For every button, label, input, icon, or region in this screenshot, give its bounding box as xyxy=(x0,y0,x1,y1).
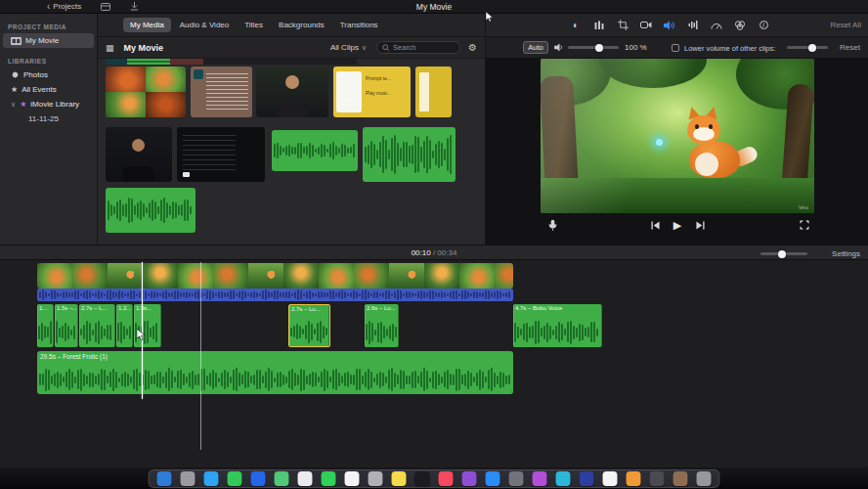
viewer-preview[interactable]: Veo xyxy=(541,59,814,213)
clip-thumbnail-screen-recording[interactable] xyxy=(177,127,265,182)
dock-app-15-icon[interactable] xyxy=(486,471,500,486)
thumbnail-view-icon[interactable]: ▦ xyxy=(106,43,114,53)
audio-clip-thumbnail[interactable] xyxy=(363,127,456,182)
filmstrip-frame[interactable] xyxy=(354,263,389,289)
dock-app-13-icon[interactable] xyxy=(439,471,454,486)
filmstrip-frame[interactable] xyxy=(459,263,495,289)
info-icon[interactable]: i xyxy=(758,19,769,32)
volume-slider-knob[interactable] xyxy=(595,44,603,52)
fullscreen-icon[interactable] xyxy=(797,217,812,233)
dock-app-22-icon[interactable] xyxy=(650,471,665,486)
filmstrip-frame[interactable] xyxy=(108,263,143,289)
filmstrip-frame[interactable] xyxy=(213,263,248,289)
tab-backgrounds[interactable]: Backgrounds xyxy=(272,18,331,32)
clip-thumbnail-document[interactable] xyxy=(191,67,252,117)
back-to-projects-button[interactable]: ‹ Projects xyxy=(47,2,81,11)
import-icon[interactable] xyxy=(130,2,139,11)
dock-app-9-icon[interactable] xyxy=(345,471,360,486)
previous-frame-button[interactable] xyxy=(647,217,663,233)
filmstrip-frame[interactable] xyxy=(37,263,72,289)
filmstrip-frame[interactable] xyxy=(248,263,283,289)
tab-titles[interactable]: Titles xyxy=(238,18,270,32)
dock-app-8-icon[interactable] xyxy=(322,471,336,486)
filmstrip-frame[interactable] xyxy=(389,263,424,289)
lower-volume-checkbox[interactable] xyxy=(672,44,679,52)
timeline-audio-clip-selected[interactable]: 2.7s – Lu... xyxy=(288,304,330,347)
sidebar-item-all-events[interactable]: ★ All Events xyxy=(3,82,94,97)
dock-app-5-icon[interactable] xyxy=(251,471,266,486)
timeline-settings-button[interactable]: Settings xyxy=(832,249,860,258)
tab-transitions[interactable]: Transitions xyxy=(333,18,385,32)
play-button[interactable]: ▶ xyxy=(670,217,685,233)
timeline-audio-clip[interactable]: 1... xyxy=(37,304,54,347)
stabilization-icon[interactable] xyxy=(640,19,652,32)
auto-button[interactable]: Auto xyxy=(523,41,548,54)
browser-settings-gear-icon[interactable]: ⚙ xyxy=(468,42,477,53)
lower-volume-slider[interactable] xyxy=(787,46,828,49)
zoom-slider[interactable] xyxy=(760,252,807,255)
filmstrip-frame[interactable] xyxy=(495,263,513,289)
reset-all-button[interactable]: Reset All xyxy=(830,21,861,29)
dock-app-2-icon[interactable] xyxy=(181,471,195,486)
dock-app-18-icon[interactable] xyxy=(556,471,571,486)
sidebar-item-my-movie[interactable]: My Movie xyxy=(3,33,94,48)
video-clip-filmstrip[interactable] xyxy=(37,263,513,289)
voiceover-mic-button[interactable] xyxy=(544,217,560,233)
search-input[interactable] xyxy=(393,43,455,52)
filmstrip-frame[interactable] xyxy=(424,263,459,289)
video-audio-track[interactable] xyxy=(37,289,513,301)
volume-icon[interactable] xyxy=(664,19,675,32)
timeline-music-clip[interactable]: 29.5s – Forest Frolic (1) xyxy=(37,351,513,394)
dock-app-11-icon[interactable] xyxy=(392,471,407,486)
dock-app-10-icon[interactable] xyxy=(369,471,383,486)
dock-app-6-icon[interactable] xyxy=(275,471,289,486)
dock-app-20-icon[interactable] xyxy=(603,471,618,486)
effects-icon[interactable] xyxy=(734,19,746,32)
clip-thumbnail-presenter-2[interactable] xyxy=(106,127,172,182)
volume-slider[interactable] xyxy=(568,46,619,49)
dock-app-7-icon[interactable] xyxy=(298,471,313,486)
filmstrip-frame[interactable] xyxy=(319,263,354,289)
dock-app-17-icon[interactable] xyxy=(533,471,547,486)
dock-app-12-icon[interactable] xyxy=(415,471,430,486)
dock-app-16-icon[interactable] xyxy=(509,471,524,486)
dock-app-14-icon[interactable] xyxy=(462,471,477,486)
reset-button[interactable]: Reset xyxy=(840,43,860,52)
sidebar-item-imovie-library[interactable]: ∨ ★ iMovie Library xyxy=(3,97,94,111)
skimmer-line[interactable] xyxy=(200,262,201,450)
clip-thumbnail-slide[interactable]: Prompt te... Play musi... xyxy=(333,67,411,117)
color-correction-icon[interactable] xyxy=(593,19,605,32)
search-field[interactable] xyxy=(376,41,460,54)
lower-volume-slider-knob[interactable] xyxy=(808,44,816,52)
tab-my-media[interactable]: My Media xyxy=(123,18,171,32)
noise-reduction-icon[interactable] xyxy=(687,19,699,32)
filmstrip-frame[interactable] xyxy=(72,263,108,289)
filmstrip-frame[interactable] xyxy=(283,263,319,289)
sidebar-item-event-date[interactable]: 11-11-25 xyxy=(3,111,94,126)
crop-icon[interactable] xyxy=(617,19,629,32)
clip-thumbnail-presenter[interactable] xyxy=(256,67,328,117)
filmstrip-frame[interactable] xyxy=(178,263,213,289)
color-balance-icon[interactable]: ◐ xyxy=(570,19,582,32)
dock-app-21-icon[interactable] xyxy=(627,471,641,486)
media-browser-icon[interactable] xyxy=(101,3,110,11)
timeline-audio-clip[interactable]: 2.6s – Lu... xyxy=(365,304,399,347)
next-frame-button[interactable] xyxy=(692,217,708,233)
chevron-down-icon[interactable]: ∨ xyxy=(11,101,16,109)
speed-icon[interactable] xyxy=(711,19,722,32)
clip-thumbnail-fox-grid[interactable] xyxy=(106,67,186,117)
audio-clip-thumbnail[interactable] xyxy=(106,188,195,233)
dock-app-24-icon[interactable] xyxy=(697,471,712,486)
dock-app-23-icon[interactable] xyxy=(673,471,688,486)
short-clips-strip[interactable] xyxy=(106,59,357,65)
timeline-audio-clip[interactable]: 1.2... xyxy=(116,304,133,347)
timeline-audio-clip[interactable]: 1.5s –... xyxy=(55,304,78,347)
dock-app-1-icon[interactable] xyxy=(157,471,172,486)
audio-clip-thumbnail[interactable] xyxy=(272,130,358,171)
sidebar-item-photos[interactable]: Photos xyxy=(3,67,94,82)
timeline-audio-clip[interactable]: 4.7s – Bobo Voice xyxy=(513,304,602,347)
clips-filter-dropdown[interactable]: All Clips ∨ xyxy=(330,43,367,52)
dock-app-3-icon[interactable] xyxy=(204,471,219,486)
filmstrip-frame[interactable] xyxy=(143,263,178,289)
timeline-audio-clip[interactable]: 2.7s – L... xyxy=(79,304,115,347)
